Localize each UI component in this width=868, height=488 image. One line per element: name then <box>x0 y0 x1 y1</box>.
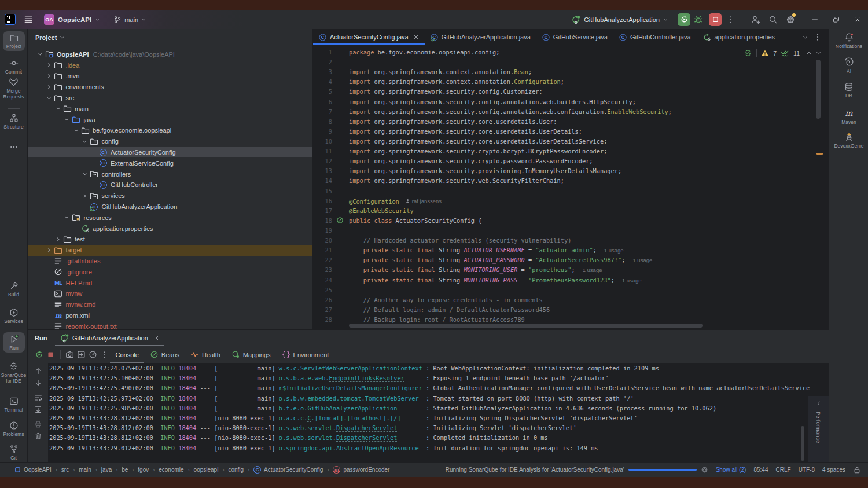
expand-toggle-icon[interactable] <box>53 234 62 244</box>
editor-tab-GitHubAnalyzerApplication.java[interactable]: CGitHubAnalyzerApplication.java <box>425 29 536 45</box>
breadcrumb-ActuatorSecurityConfig[interactable]: CActuatorSecurityConfig <box>253 466 323 474</box>
tree-row-main[interactable]: main <box>28 103 312 114</box>
indent-style[interactable]: 4 spaces <box>822 467 845 473</box>
spring-bean-gutter-icon[interactable] <box>336 217 344 224</box>
left-stripe-item-build[interactable]: Build <box>0 281 27 298</box>
debug-button[interactable] <box>690 10 705 29</box>
breadcrumb-java[interactable]: java <box>101 467 112 473</box>
left-stripe-item-terminal[interactable]: Terminal <box>0 397 27 413</box>
close-icon[interactable] <box>153 335 159 341</box>
minimize-button[interactable] <box>804 10 825 29</box>
run-tab[interactable]: GitHubAnalyzerApplication <box>55 330 164 346</box>
tree-row-.idea[interactable]: .idea <box>28 60 312 71</box>
more-actions-button[interactable] <box>722 10 739 29</box>
tab-options-kebab-icon[interactable] <box>814 33 822 41</box>
expand-toggle-icon[interactable] <box>53 104 62 113</box>
search-everywhere-button[interactable] <box>764 10 782 29</box>
left-stripe-item-sonarqube[interactable]: SonarQube for IDE <box>0 361 27 384</box>
settings-button[interactable] <box>782 10 799 29</box>
console-logger-link[interactable]: DispatcherServlet <box>336 424 397 432</box>
tree-row-be.fgov.economie.oopsieapi[interactable]: be.fgov.economie.oopsieapi <box>28 125 312 136</box>
breadcrumb-src[interactable]: src <box>61 467 69 473</box>
tree-row-ActuatorSecurityConfig[interactable]: CActuatorSecurityConfig <box>28 147 312 158</box>
console-scrollbar[interactable] <box>801 426 804 461</box>
right-stripe-item-devoxxgenie[interactable]: DevoxxGenie <box>829 132 868 149</box>
rerun-button[interactable] <box>678 13 690 26</box>
console-logger-link[interactable]: TomcatWebServer <box>365 395 419 402</box>
expand-toggle-icon[interactable] <box>45 82 54 91</box>
breadcrumb-fgov[interactable]: fgov <box>138 467 149 473</box>
performance-strip[interactable]: Performance <box>808 396 829 462</box>
thread-dump-icon[interactable] <box>76 349 87 360</box>
line-separator[interactable]: CRLF <box>776 467 791 473</box>
caret-position[interactable]: 85:44 <box>753 467 768 473</box>
console-logger-link[interactable]: AbstractOpenApiResource <box>336 445 419 452</box>
usage-inlay[interactable]: 1 usage <box>604 247 624 254</box>
tree-row-java[interactable]: java <box>28 114 312 125</box>
editor-vertical-scrollbar[interactable] <box>816 60 821 119</box>
stop-process-button[interactable] <box>45 349 56 360</box>
breadcrumb-oopsieapi[interactable]: oopsieapi <box>194 467 219 473</box>
right-stripe-item-ai[interactable]: AI <box>829 57 868 74</box>
profiler-icon[interactable] <box>87 349 98 360</box>
cancel-task-icon[interactable] <box>701 466 708 474</box>
tree-row-src[interactable]: src <box>28 93 312 104</box>
error-stripe-warning-mark[interactable] <box>816 153 823 155</box>
heap-dump-icon[interactable] <box>64 349 75 360</box>
console-logger-link[interactable]: GitHubAnalyzerApplication <box>307 405 397 412</box>
main-menu-icon[interactable] <box>24 16 33 24</box>
tree-row-GitHubController[interactable]: CGitHubController <box>28 179 312 190</box>
project-widget[interactable]: OA OopsieAPI <box>41 13 103 27</box>
usage-inlay[interactable]: 1 usage <box>632 257 652 263</box>
run-view-tab-console[interactable]: Console <box>110 346 144 363</box>
tree-row-resources[interactable]: resources <box>28 212 312 223</box>
console-logger-link[interactable]: ServletWebServerApplicationContext <box>300 365 422 372</box>
left-stripe-item-services[interactable]: Services <box>0 308 27 324</box>
tab-list-chevron-icon[interactable] <box>803 35 808 40</box>
inspection-widget[interactable]: 7 11 <box>740 48 821 58</box>
right-stripe-item-notifications[interactable]: Notifications <box>829 32 868 49</box>
console-up-button[interactable] <box>34 365 42 377</box>
run-view-tab-environment[interactable]: Environment <box>276 346 334 363</box>
expand-toggle-icon[interactable] <box>45 61 54 70</box>
soft-wrap-button[interactable] <box>34 392 42 403</box>
tree-row-ExternalServiceConfig[interactable]: CExternalServiceConfig <box>28 157 312 168</box>
console-logger-link[interactable]: DispatcherServlet <box>336 434 397 442</box>
branch-widget[interactable]: main <box>113 16 146 24</box>
expand-toggle-icon[interactable] <box>45 245 54 255</box>
maximize-button[interactable] <box>825 10 847 29</box>
run-view-tab-beans[interactable]: Beans <box>144 346 185 363</box>
prev-problem-icon[interactable] <box>806 50 812 56</box>
tree-row-.mvn[interactable]: .mvn <box>28 71 312 82</box>
expand-toggle-icon[interactable] <box>45 71 54 80</box>
more-options-kebab-icon[interactable] <box>99 349 110 360</box>
expand-toggle-icon[interactable] <box>45 93 54 102</box>
expand-toggle-icon[interactable] <box>62 213 72 222</box>
left-stripe-item-commit[interactable]: Commit <box>0 58 27 75</box>
editor-tab-application.properties[interactable]: application.properties <box>697 29 781 45</box>
editor-tab-GitHubService.java[interactable]: CGitHubService.java <box>536 29 613 45</box>
tree-row-repomix-output.txt[interactable]: repomix-output.txt <box>28 321 312 329</box>
clear-console-button[interactable] <box>34 430 42 442</box>
run-view-tab-health[interactable]: Health <box>185 346 226 363</box>
next-problem-icon[interactable] <box>816 50 821 56</box>
tree-row-mvnw.cmd[interactable]: mvnw.cmd <box>28 299 312 310</box>
tree-row-services[interactable]: services <box>28 190 312 201</box>
breadcrumb-economie[interactable]: economie <box>159 467 183 473</box>
editor-horizontal-scrollbar[interactable] <box>349 324 703 328</box>
print-button[interactable] <box>34 419 42 430</box>
run-configuration-widget[interactable]: GitHubAnalyzerApplication <box>571 15 668 24</box>
expand-toggle-icon[interactable] <box>35 50 45 59</box>
tree-row-controllers[interactable]: controllers <box>28 168 312 179</box>
run-view-tab-mappings[interactable]: Mappings <box>226 346 276 363</box>
left-stripe-item-merge-requests[interactable]: Merge Requests <box>0 77 27 100</box>
breadcrumb-main[interactable]: main <box>79 467 91 473</box>
left-stripe-item-run[interactable]: Run <box>3 332 25 353</box>
tree-row-mvnw[interactable]: mvnw <box>28 288 312 299</box>
file-encoding[interactable]: UTF-8 <box>799 467 815 473</box>
expand-toggle-icon[interactable] <box>80 191 90 200</box>
editor-tab-GitHubController.java[interactable]: CGitHubController.java <box>613 29 697 45</box>
left-stripe-item-problems[interactable]: Problems <box>0 421 27 437</box>
tree-row-environments[interactable]: environments <box>28 82 312 93</box>
expand-toggle-icon[interactable] <box>62 115 72 124</box>
